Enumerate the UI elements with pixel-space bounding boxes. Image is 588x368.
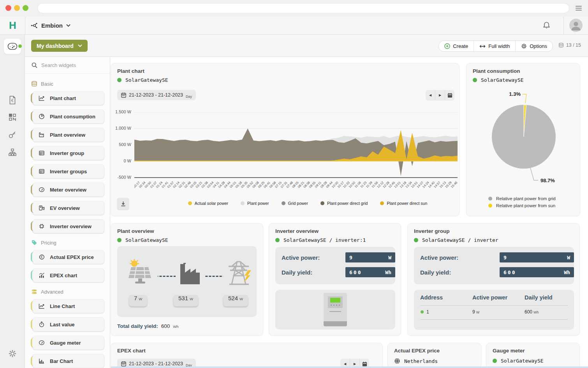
rail-item-invoices[interactable]: € bbox=[0, 95, 25, 105]
dashboard-selector-button[interactable]: My dashboard bbox=[31, 40, 88, 52]
sidebar-item-line-chart[interactable]: Line Chart bbox=[32, 299, 104, 313]
sidebar-item-actual-epex-price[interactable]: €Actual EPEX price bbox=[32, 250, 104, 264]
sidebar-item-bar-chart[interactable]: Bar Chart bbox=[32, 354, 104, 368]
widget-title: EPEX chart bbox=[117, 348, 146, 354]
status-dot bbox=[473, 78, 477, 82]
widget-item-label: Plant chart bbox=[50, 95, 76, 101]
stat-label: Daily yield: bbox=[420, 269, 451, 276]
top-nav: H Embion bbox=[0, 16, 588, 35]
sidebar-item-last-value[interactable]: Last value bbox=[32, 317, 104, 331]
widget-item-label: Plant consumption bbox=[50, 114, 95, 120]
prev-period-button[interactable]: ◀ bbox=[426, 90, 435, 100]
pie-legend-item-relative-plant-power-from-sun[interactable]: Relative plant power from sun bbox=[488, 203, 556, 208]
widget-search[interactable]: Search widgets bbox=[25, 57, 110, 74]
legend-label: Relative plant power from sun bbox=[496, 203, 555, 208]
options-label: Options bbox=[530, 43, 547, 49]
browser-menu-icon[interactable] bbox=[576, 6, 582, 12]
sidebar-item-epex-chart[interactable]: EPEX chart bbox=[32, 268, 104, 282]
rail-item-access-keys[interactable] bbox=[0, 130, 25, 139]
widget-item-label: EV overview bbox=[50, 205, 80, 211]
db-icon bbox=[31, 289, 37, 295]
drag-accent bbox=[31, 130, 35, 140]
sidebar-item-gauge-meter[interactable]: Gauge meter bbox=[32, 336, 104, 350]
sidebar-item-inverter-groups[interactable]: Inverter groups bbox=[32, 164, 104, 178]
legend-item-grid-power[interactable]: Grid power bbox=[282, 201, 308, 206]
options-button[interactable]: Options bbox=[515, 41, 553, 51]
date-range-picker[interactable]: 21-12-2023 - 21-12-2023 Day bbox=[117, 90, 196, 100]
org-switcher[interactable]: Embion bbox=[30, 16, 70, 34]
sidebar-item-ev-overview[interactable]: EV overview bbox=[32, 201, 104, 215]
user-avatar[interactable] bbox=[563, 16, 588, 34]
drag-accent bbox=[31, 221, 35, 231]
drag-accent bbox=[31, 338, 35, 348]
line-chart-icon bbox=[39, 303, 45, 309]
svg-text:98.7%: 98.7% bbox=[540, 178, 555, 183]
legend-item-plant-power[interactable]: Plant power bbox=[241, 201, 269, 206]
sidebar-item-plant-chart[interactable]: Plant chart bbox=[32, 91, 104, 105]
section-header-pricing: Pricing bbox=[31, 239, 104, 246]
sidebar-item-meter-overview[interactable]: Meter overview bbox=[32, 183, 104, 197]
sidebar-item-inverter-overview[interactable]: Inverter overview bbox=[32, 219, 104, 233]
sidebar-item-plant-consumption[interactable]: Plant consumption bbox=[32, 109, 104, 123]
date-range-label: 21-12-2023 - 21-12-2023 bbox=[129, 361, 183, 366]
traffic-light-zoom[interactable] bbox=[23, 5, 28, 11]
gear-icon bbox=[521, 43, 527, 49]
device-row: SolarGatewaySE / inverter:1 bbox=[275, 237, 366, 243]
dashboard-selector-label: My dashboard bbox=[37, 43, 74, 49]
widget-title: Actual EPEX price bbox=[394, 348, 440, 354]
rail-item-settings[interactable] bbox=[0, 349, 25, 358]
traffic-light-minimize[interactable] bbox=[14, 5, 20, 11]
widget-title: Plant overview bbox=[117, 228, 154, 234]
drag-accent bbox=[31, 203, 35, 213]
sidebar-item-plant-overview[interactable]: Plant overview bbox=[32, 128, 104, 142]
create-button[interactable]: Create bbox=[439, 41, 474, 51]
drag-accent bbox=[31, 111, 35, 121]
chevron-down-icon bbox=[78, 44, 82, 47]
plus-circle-icon bbox=[444, 43, 450, 49]
full-width-button[interactable]: Full width bbox=[474, 41, 515, 51]
granularity-label: Day bbox=[186, 95, 192, 99]
widget-item-label: Line Chart bbox=[50, 303, 75, 309]
globe-icon bbox=[394, 358, 400, 364]
solar-power-value: 7W bbox=[129, 295, 147, 306]
stat-label: Daily yield: bbox=[282, 269, 312, 276]
widget-item-label: EPEX chart bbox=[50, 273, 77, 278]
widget-title: Plant chart bbox=[117, 68, 144, 74]
widget-item-label: Inverter groups bbox=[50, 169, 87, 174]
energy-flow-panel: 7W 531W 524W bbox=[117, 246, 257, 317]
org-name: Embion bbox=[41, 22, 63, 29]
calendar-button[interactable] bbox=[445, 90, 454, 100]
widget-inverter-overview: Inverter overview SolarGatewaySE / inver… bbox=[269, 223, 401, 336]
status-dot bbox=[414, 238, 418, 242]
pie-legend-item-relative-plant-power-from-grid[interactable]: Relative plant power from grid bbox=[488, 196, 556, 201]
sidebar-item-inverter-group[interactable]: Inverter group bbox=[32, 146, 104, 160]
legend-item-actual-solar-power[interactable]: Actual solar power bbox=[188, 201, 228, 206]
svg-text:15:46: 15:46 bbox=[450, 181, 458, 189]
stat-unit: Wh bbox=[564, 269, 570, 275]
traffic-light-close[interactable] bbox=[5, 5, 11, 11]
device-name: SolarGatewaySE bbox=[125, 237, 168, 243]
plant-power-value: 531W bbox=[173, 295, 198, 306]
y-axis-tick: -500 W bbox=[113, 175, 131, 180]
legend-item-plant-power-direct-grid[interactable]: Plant power direct grid bbox=[320, 201, 368, 206]
download-button[interactable] bbox=[117, 198, 129, 210]
rail-item-modules[interactable] bbox=[0, 113, 25, 121]
cell-daily-yield: 600Wh bbox=[525, 309, 539, 315]
stat-value: 600 bbox=[503, 269, 516, 275]
drag-accent bbox=[31, 93, 35, 103]
next-period-button[interactable]: ▶ bbox=[435, 90, 445, 100]
legend-dot bbox=[282, 201, 285, 205]
svg-text:€: € bbox=[11, 99, 13, 103]
status-dot bbox=[275, 238, 280, 242]
download-icon bbox=[120, 201, 126, 207]
legend-item-plant-power-direct-sun[interactable]: Plant power direct sun bbox=[380, 201, 427, 206]
app-logo[interactable]: H bbox=[0, 16, 25, 34]
calendar-filled-icon bbox=[447, 93, 452, 98]
rail-item-sites[interactable] bbox=[0, 148, 25, 157]
calendar-filled-icon bbox=[362, 361, 367, 366]
notifications-bell-icon[interactable] bbox=[542, 21, 551, 30]
stat-label: Active power: bbox=[282, 254, 320, 261]
legend-dot bbox=[488, 197, 492, 201]
url-bar[interactable] bbox=[37, 3, 569, 13]
svg-text:1.3%: 1.3% bbox=[509, 91, 521, 97]
